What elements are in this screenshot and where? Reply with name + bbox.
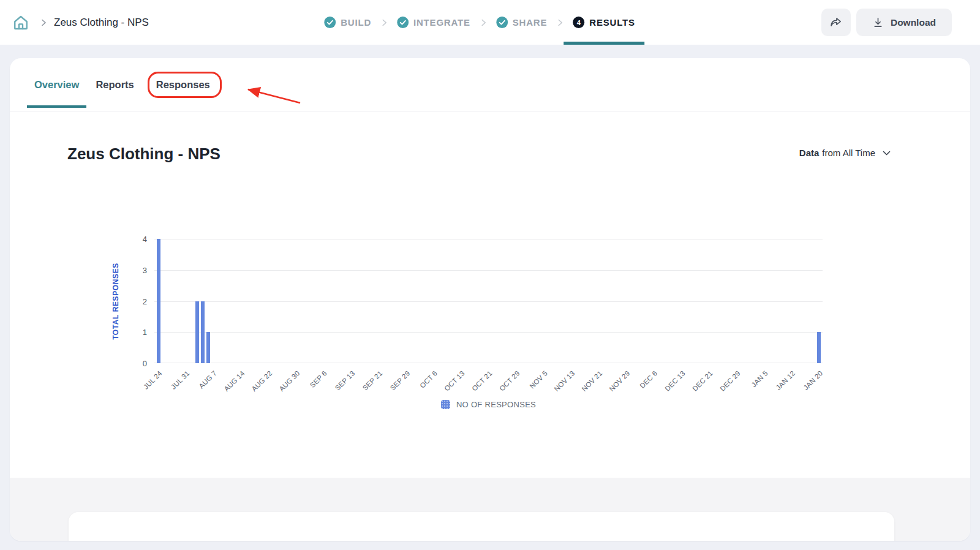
x-tick-label: NOV 29 xyxy=(608,369,631,393)
bar xyxy=(195,301,199,364)
bar xyxy=(201,301,205,364)
step-label: RESULTS xyxy=(589,17,635,28)
bottom-section xyxy=(10,478,970,541)
x-tick-label: SEP 6 xyxy=(309,369,328,389)
x-tick-label: AUG 7 xyxy=(198,369,219,390)
annotation-arrow-icon xyxy=(243,85,310,110)
share-forward-icon xyxy=(829,15,843,29)
next-widget-card xyxy=(69,512,894,541)
breadcrumb-title: Zeus Clothing - NPS xyxy=(54,17,149,29)
x-tick-label: DEC 13 xyxy=(663,369,687,393)
header-actions: Download xyxy=(821,0,952,45)
share-button[interactable] xyxy=(821,9,851,36)
step-chevron-icon xyxy=(556,18,564,27)
tab-reports[interactable]: Reports xyxy=(96,79,134,91)
step-share[interactable]: SHARE xyxy=(496,16,548,29)
x-axis-labels: JUL 24JUL 31AUG 7AUG 14AUG 22AUG 30SEP 6… xyxy=(154,363,823,401)
download-button-label: Download xyxy=(891,17,936,28)
data-range-value: from All Time xyxy=(822,148,875,158)
x-tick-label: AUG 14 xyxy=(222,369,246,393)
x-tick-label: DEC 29 xyxy=(718,369,742,393)
gridline xyxy=(154,332,823,333)
main-card: Overview Reports Responses Zeus Clothing… xyxy=(10,58,970,541)
breadcrumb: Zeus Clothing - NPS xyxy=(9,0,149,45)
y-axis-ticks: 01234 xyxy=(124,239,151,363)
step-label: SHARE xyxy=(513,17,548,28)
legend-swatch-icon xyxy=(441,400,450,409)
x-tick-label: OCT 21 xyxy=(470,369,494,393)
y-tick-label: 4 xyxy=(143,235,147,244)
step-chevron-icon xyxy=(479,18,488,27)
x-tick-label: AUG 30 xyxy=(277,369,301,393)
page-title: Zeus Clothing - NPS xyxy=(67,145,221,164)
home-button[interactable] xyxy=(9,10,33,35)
bar xyxy=(817,332,821,363)
x-tick-label: NOV 21 xyxy=(581,369,604,393)
step-label: INTEGRATE xyxy=(413,17,470,28)
legend-label: NO OF RESPONSES xyxy=(456,400,536,409)
data-range-prefix: Data xyxy=(799,148,820,158)
x-tick-label: DEC 21 xyxy=(691,369,714,393)
tab-overview[interactable]: Overview xyxy=(34,79,79,91)
tab-responses[interactable]: Responses xyxy=(148,72,222,98)
overview-panel: Zeus Clothing - NPS Data from All Time T… xyxy=(10,112,970,478)
y-axis-title: TOTAL RESPONSES xyxy=(111,263,120,340)
step-results[interactable]: 4 RESULTS xyxy=(573,16,635,29)
x-tick-label: NOV 13 xyxy=(553,369,576,393)
x-tick-label: SEP 13 xyxy=(333,369,356,392)
x-tick-label: JAN 20 xyxy=(802,369,824,391)
plot-area xyxy=(154,239,823,363)
download-button[interactable]: Download xyxy=(856,9,952,36)
x-tick-label: JUL 31 xyxy=(170,369,191,391)
x-tick-label: OCT 6 xyxy=(418,369,439,390)
x-tick-label: JAN 5 xyxy=(750,369,769,388)
x-tick-label: SEP 29 xyxy=(388,369,411,392)
y-axis-title-wrap: TOTAL RESPONSES xyxy=(107,239,125,363)
breadcrumb-chevron-icon xyxy=(39,18,48,27)
step-chevron-icon xyxy=(380,18,388,27)
tab-bar: Overview Reports Responses xyxy=(10,58,970,111)
check-circle-icon xyxy=(397,17,409,28)
y-tick-label: 1 xyxy=(143,328,147,337)
home-icon xyxy=(12,13,30,32)
y-tick-label: 3 xyxy=(143,265,147,274)
x-tick-label: DEC 6 xyxy=(639,369,659,390)
gridline xyxy=(154,301,823,302)
x-tick-label: OCT 13 xyxy=(443,369,466,393)
stepper: BUILD INTEGRATE SHARE 4 RESULTS xyxy=(324,0,635,45)
y-tick-label: 0 xyxy=(143,359,147,368)
gridline xyxy=(154,239,823,239)
chevron-down-icon xyxy=(882,149,891,157)
check-circle-icon xyxy=(496,17,508,28)
bar xyxy=(157,239,160,363)
gridline xyxy=(154,270,823,271)
check-circle-icon xyxy=(324,17,336,28)
x-tick-label: OCT 29 xyxy=(498,369,521,393)
x-tick-label: AUG 22 xyxy=(250,369,273,393)
download-icon xyxy=(872,17,884,28)
x-tick-label: JAN 12 xyxy=(775,369,797,391)
step-label: BUILD xyxy=(341,17,371,28)
step-build[interactable]: BUILD xyxy=(324,16,371,29)
data-range-dropdown[interactable]: Data from All Time xyxy=(799,148,891,158)
x-tick-label: JUL 24 xyxy=(142,369,164,391)
y-tick-label: 2 xyxy=(143,296,147,306)
results-count-badge: 4 xyxy=(573,17,584,28)
step-integrate[interactable]: INTEGRATE xyxy=(397,16,470,29)
x-tick-label: SEP 21 xyxy=(361,369,383,392)
x-tick-label: NOV 5 xyxy=(528,369,549,390)
top-header: Zeus Clothing - NPS BUILD INTEGRATE SHAR… xyxy=(0,0,980,45)
chart-legend: NO OF RESPONSES xyxy=(154,400,823,409)
bar xyxy=(206,332,210,363)
